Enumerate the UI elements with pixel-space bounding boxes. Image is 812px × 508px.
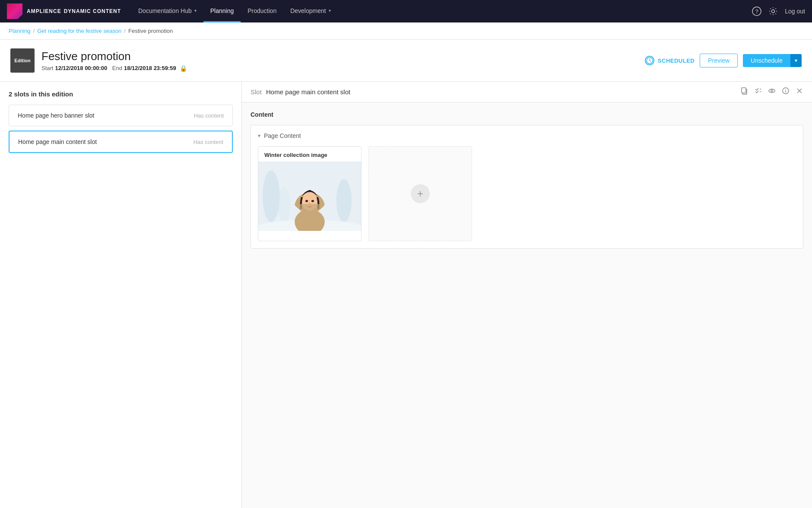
start-label: Start	[41, 65, 53, 71]
scheduled-badge: SCHEDULED	[645, 56, 695, 65]
close-icon[interactable]	[796, 87, 803, 97]
svg-point-24	[305, 200, 308, 202]
brand-logo[interactable]: AMPLIENCE DYNAMIC CONTENT	[7, 3, 121, 19]
slot-actions	[740, 87, 803, 97]
edition-details: Festive promotion Start 12/12/2018 00:00…	[41, 50, 187, 72]
slot-detail-name: Home page main content slot	[266, 88, 350, 96]
card-image	[258, 162, 361, 231]
main-layout: 2 slots in this edition Home page hero b…	[0, 82, 812, 508]
svg-line-5	[650, 61, 651, 61]
svg-point-20	[278, 188, 291, 222]
unschedule-button[interactable]: Unschedule	[743, 54, 790, 67]
header-actions: SCHEDULED Preview Unschedule ▾	[645, 54, 802, 67]
nav-right-actions: ? Log out	[752, 6, 805, 16]
nav-label-documentation: Documentation Hub	[138, 7, 192, 14]
svg-text:?: ?	[755, 8, 758, 15]
content-cards: Winter collection image	[258, 146, 796, 241]
edition-dates: Start 12/12/2018 00:00:00 End 18/12/2018…	[41, 65, 187, 72]
plus-icon: +	[417, 188, 423, 200]
clock-icon	[645, 56, 654, 65]
page-header: Edition Festive promotion Start 12/12/20…	[0, 40, 812, 82]
help-button[interactable]: ?	[752, 6, 761, 16]
page-content-section: ▾ Page Content Winter collection image	[251, 125, 803, 249]
chevron-down-icon: ▾	[258, 133, 260, 139]
slot-card-hero-banner[interactable]: Home page hero banner slot Has content	[9, 105, 233, 126]
slot-status-hero: Has content	[194, 112, 224, 119]
unschedule-dropdown-button[interactable]: ▾	[790, 54, 802, 67]
chevron-down-icon: ▾	[795, 58, 797, 64]
settings-button[interactable]	[768, 6, 778, 16]
nav-item-development[interactable]: Development ▾	[283, 0, 338, 22]
svg-point-14	[785, 89, 786, 90]
chevron-down-icon: ▾	[194, 8, 197, 13]
checklist-icon[interactable]	[754, 87, 762, 97]
slot-name-hero: Home page hero banner slot	[18, 112, 94, 119]
unschedule-button-group: Unschedule ▾	[743, 54, 802, 67]
breadcrumb: Planning / Get reading for the festive s…	[0, 22, 812, 40]
breadcrumb-separator: /	[33, 28, 35, 34]
nav-item-production[interactable]: Production	[241, 0, 283, 22]
logout-button[interactable]: Log out	[785, 8, 805, 15]
slot-prefix-label: Slot	[251, 88, 262, 96]
add-icon: +	[411, 184, 430, 203]
start-date: 12/12/2018 00:00:00	[55, 65, 107, 71]
chevron-down-icon: ▾	[329, 8, 331, 13]
slot-detail-header: Slot Home page main content slot	[242, 82, 812, 102]
breadcrumb-current: Festive promotion	[128, 28, 173, 34]
brand-dynamic-text: DYNAMIC CONTENT	[64, 8, 121, 14]
nav-label-development: Development	[290, 7, 326, 14]
nav-item-planning[interactable]: Planning	[203, 0, 241, 22]
content-area: Content ▾ Page Content Winter collection…	[242, 102, 812, 508]
edition-info: Edition Festive promotion Start 12/12/20…	[10, 48, 187, 73]
slot-detail-title: Slot Home page main content slot	[251, 88, 350, 96]
top-navigation: AMPLIENCE DYNAMIC CONTENT Documentation …	[0, 0, 812, 22]
svg-point-18	[263, 171, 280, 222]
status-text: SCHEDULED	[658, 58, 695, 64]
copy-icon[interactable]	[740, 87, 748, 97]
slots-panel: 2 slots in this edition Home page hero b…	[0, 82, 242, 508]
brand-shape-icon	[7, 3, 22, 19]
eye-icon[interactable]	[768, 87, 776, 97]
lock-icon: 🔒	[180, 65, 187, 72]
breadcrumb-planning[interactable]: Planning	[9, 28, 31, 34]
edition-title: Festive promotion	[41, 50, 187, 63]
end-date: 18/12/2018 23:59:59	[124, 65, 176, 71]
svg-point-2	[772, 10, 775, 13]
end-label: End	[112, 65, 122, 71]
add-content-card[interactable]: +	[368, 146, 472, 241]
svg-point-19	[336, 179, 352, 222]
breadcrumb-campaign[interactable]: Get reading for the festive season	[37, 28, 121, 34]
slot-name-main: Home page main content slot	[18, 138, 97, 145]
svg-rect-7	[742, 88, 746, 93]
slot-card-main-content[interactable]: Home page main content slot Has content	[9, 131, 233, 153]
slot-status-main: Has content	[193, 139, 223, 145]
brand-amplience-text: AMPLIENCE	[27, 8, 61, 14]
slots-heading: 2 slots in this edition	[9, 90, 233, 98]
nav-items-list: Documentation Hub ▾ Planning Production …	[131, 0, 752, 22]
content-section-label: Content	[251, 111, 803, 118]
page-content-header[interactable]: ▾ Page Content	[258, 132, 796, 139]
winter-collection-card[interactable]: Winter collection image	[258, 146, 362, 241]
slot-detail-panel: Slot Home page main content slot	[242, 82, 812, 508]
page-content-label: Page Content	[264, 132, 301, 139]
svg-point-10	[769, 89, 775, 93]
svg-point-11	[771, 90, 773, 92]
card-title: Winter collection image	[258, 147, 361, 162]
svg-point-25	[311, 200, 314, 202]
breadcrumb-separator-2: /	[124, 28, 126, 34]
edition-badge: Edition	[10, 48, 35, 73]
nav-label-planning: Planning	[210, 7, 234, 14]
preview-button[interactable]: Preview	[700, 54, 738, 67]
nav-item-documentation-hub[interactable]: Documentation Hub ▾	[131, 0, 203, 22]
info-icon[interactable]	[782, 87, 790, 97]
nav-label-production: Production	[247, 7, 276, 14]
